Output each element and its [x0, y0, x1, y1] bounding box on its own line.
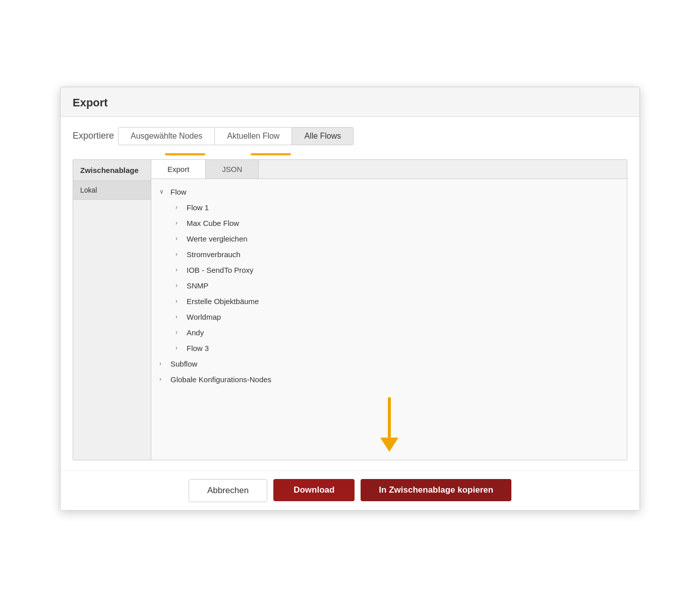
tree-item-flow[interactable]: ∨ Flow — [151, 184, 627, 200]
tree-item-flow3[interactable]: › Flow 3 — [151, 340, 627, 356]
sub-tabs-row: Export JSON — [151, 160, 627, 179]
tab-aktuellen-flow[interactable]: Aktuellen Flow — [215, 127, 292, 145]
clipboard-button[interactable]: In Zwischenablage kopieren — [361, 479, 511, 501]
chevron-maxcube-icon: › — [176, 219, 183, 226]
sub-tab-json[interactable]: JSON — [206, 160, 259, 178]
dialog-footer: Abbrechen Download In Zwischenablage kop… — [61, 470, 639, 510]
chevron-werte-icon: › — [176, 235, 183, 242]
chevron-iob-icon: › — [176, 266, 183, 273]
tree-item-label-subflow: Subflow — [170, 360, 197, 368]
tree-item-label-iob: IOB - SendTo Proxy — [187, 266, 254, 274]
tab-underline-ausgewahlte — [165, 153, 205, 155]
tree-item-label-werte: Werte vergleichen — [187, 234, 248, 243]
tab-ausgewahlte-nodes[interactable]: Ausgewählte Nodes — [118, 127, 215, 145]
sidebar: Zwischenablage Lokal — [73, 160, 151, 460]
tree-item-label-globale: Globale Konfigurations-Nodes — [170, 375, 271, 384]
chevron-stromverbrauch-icon: › — [176, 251, 183, 258]
tree-item-label-erstelle: Erstelle Objektbäume — [187, 297, 259, 306]
chevron-flow3-icon: › — [176, 344, 183, 351]
tree-item-label-snmp: SNMP — [187, 281, 208, 290]
sub-tab-spacer — [259, 160, 627, 178]
sidebar-item-lokal[interactable]: Lokal — [73, 181, 151, 200]
download-button[interactable]: Download — [273, 479, 355, 501]
dialog-header: Export — [61, 87, 639, 117]
dialog-title: Export — [73, 96, 108, 109]
export-label: Exportiere — [73, 131, 114, 141]
chevron-worldmap-icon: › — [176, 313, 183, 320]
sidebar-header: Zwischenablage — [73, 160, 151, 181]
tree-item-iob[interactable]: › IOB - SendTo Proxy — [151, 262, 627, 278]
tree-item-flow1[interactable]: › Flow 1 — [151, 200, 627, 215]
tree-item-andy[interactable]: › Andy — [151, 325, 627, 340]
tree-item-label-andy: Andy — [187, 328, 204, 337]
tree-item-maxcube[interactable]: › Max Cube Flow — [151, 215, 627, 231]
download-arrow-icon — [380, 397, 398, 452]
tree-item-label-flow3: Flow 3 — [187, 344, 209, 352]
export-dialog: Export Exportiere Ausgewählte Nodes Aktu… — [60, 87, 640, 511]
tree-item-label-stromverbrauch: Stromverbrauch — [187, 250, 241, 259]
tree-item-snmp[interactable]: › SNMP — [151, 278, 627, 293]
chevron-andy-icon: › — [176, 329, 183, 336]
tab-underline-aktuellen — [251, 153, 291, 155]
cancel-button[interactable]: Abbrechen — [189, 479, 267, 502]
sub-tab-export[interactable]: Export — [151, 160, 206, 178]
content-area: Zwischenablage Lokal Export JSON ∨ Flow — [73, 159, 627, 460]
chevron-flow-icon: ∨ — [159, 188, 166, 195]
chevron-snmp-icon: › — [176, 282, 183, 289]
tree-item-worldmap[interactable]: › Worldmap — [151, 309, 627, 325]
tree-item-werte[interactable]: › Werte vergleichen — [151, 231, 627, 247]
tree-item-stromverbrauch[interactable]: › Stromverbrauch — [151, 247, 627, 262]
tree-item-label-worldmap: Worldmap — [187, 313, 221, 321]
tree-item-label-maxcube: Max Cube Flow — [187, 219, 239, 227]
chevron-subflow-icon: › — [159, 360, 166, 367]
tree-item-globale[interactable]: › Globale Konfigurations-Nodes — [151, 372, 627, 387]
tabs-row: Exportiere Ausgewählte Nodes Aktuellen F… — [73, 127, 627, 145]
dialog-body: Exportiere Ausgewählte Nodes Aktuellen F… — [61, 117, 639, 470]
tree-item-label-flow: Flow — [170, 188, 187, 196]
tree-item-label-flow1: Flow 1 — [187, 203, 209, 212]
chevron-globale-icon: › — [159, 376, 166, 383]
tree-item-subflow[interactable]: › Subflow — [151, 356, 627, 372]
tab-alle-flows[interactable]: Alle Flows — [292, 127, 354, 145]
tree-item-erstelle[interactable]: › Erstelle Objektbäume — [151, 293, 627, 309]
arrow-annotation — [151, 392, 627, 460]
right-panel: Export JSON ∨ Flow › Flow 1 — [151, 160, 627, 460]
chevron-flow1-icon: › — [176, 204, 183, 211]
tab-underlines — [73, 153, 627, 155]
chevron-erstelle-icon: › — [176, 297, 183, 305]
tree-list: ∨ Flow › Flow 1 › Max Cube Flow › Werte — [151, 179, 627, 392]
